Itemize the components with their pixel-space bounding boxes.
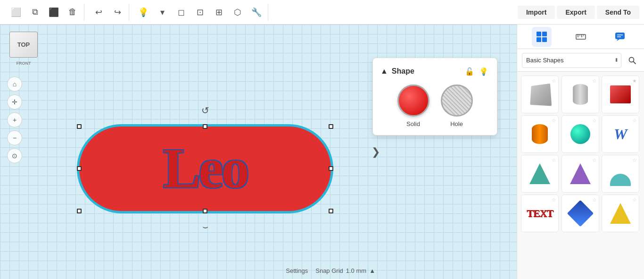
light-button[interactable]: 💡 bbox=[135, 4, 152, 21]
star-icon[interactable]: ☆ bbox=[552, 78, 556, 84]
snap-value: 1.0 mm bbox=[346, 267, 366, 274]
shapes-dropdown[interactable]: Basic Shapes Featured Letters bbox=[522, 53, 621, 68]
star-icon[interactable]: ☆ bbox=[592, 118, 597, 124]
shape-item-text-blue[interactable]: ☆ W bbox=[602, 115, 639, 153]
leo-object[interactable]: ↺ Leo ⌣ bbox=[71, 119, 339, 218]
handle-top-mid[interactable] bbox=[203, 124, 207, 129]
shape-toggle[interactable]: ◻ bbox=[173, 4, 190, 21]
shape-item-pyramid-green[interactable]: ☆ bbox=[521, 155, 559, 193]
shape-item-pyramid-purple[interactable]: ☆ bbox=[561, 155, 599, 193]
shape-item-sphere-teal[interactable]: ☆ bbox=[561, 115, 599, 153]
redo-button[interactable]: ↪ bbox=[109, 4, 126, 21]
rotate-handle[interactable]: ↺ bbox=[201, 105, 209, 116]
duplicate-button[interactable]: ⬛ bbox=[45, 4, 62, 21]
handle-bot-mid[interactable] bbox=[203, 209, 207, 213]
shape-item-box-red[interactable]: ★ bbox=[602, 76, 639, 113]
text-red-shape: TEXT bbox=[527, 207, 553, 220]
handle-bot-right[interactable] bbox=[329, 209, 333, 213]
star-icon[interactable]: ☆ bbox=[552, 197, 556, 203]
shape-item-cyl-gray[interactable]: ☆ bbox=[561, 76, 599, 113]
star-icon[interactable]: ☆ bbox=[552, 118, 556, 124]
cube-top-label: TOP FRONT bbox=[9, 32, 38, 58]
file-tools: ⬜ ⧉ ⬛ 🗑 bbox=[5, 4, 84, 21]
shape-item-pyramid-yellow[interactable]: ☆ bbox=[602, 194, 639, 232]
canvas-area[interactable]: TOP FRONT ⌂ ✛ + − ⊙ ↺ bbox=[0, 25, 517, 279]
star-icon[interactable]: ★ bbox=[632, 78, 637, 84]
box-red-shape bbox=[610, 85, 631, 103]
grid-tab[interactable] bbox=[532, 27, 552, 47]
gem-blue-shape bbox=[567, 200, 594, 227]
ruler-tab[interactable] bbox=[571, 27, 591, 47]
pan-button[interactable]: ✛ bbox=[7, 94, 22, 110]
handle-bot-left[interactable] bbox=[77, 209, 82, 213]
star-icon[interactable]: ☆ bbox=[592, 157, 597, 163]
pyramid-purple-shape bbox=[570, 163, 591, 184]
flip-handle[interactable]: ⌣ bbox=[202, 221, 208, 232]
shapes-dropdown-wrapper: Basic Shapes Featured Letters ⬍ bbox=[522, 53, 621, 68]
pyramid-yellow-shape bbox=[610, 203, 631, 224]
svg-rect-9 bbox=[615, 33, 625, 39]
star-icon[interactable]: ☆ bbox=[592, 197, 597, 203]
collapse-icon[interactable]: ▲ bbox=[380, 67, 388, 76]
hole-option[interactable]: Hole bbox=[441, 85, 473, 127]
shape-grid: ☆ ☆ ★ ☆ ☆ ☆ W bbox=[517, 72, 644, 279]
shape-item-text-red[interactable]: ☆ TEXT bbox=[521, 194, 559, 232]
delete-button[interactable]: 🗑 bbox=[64, 4, 81, 21]
main-area: TOP FRONT ⌂ ✛ + − ⊙ ↺ bbox=[0, 25, 644, 279]
copy-workplane-button[interactable]: ⧉ bbox=[26, 4, 43, 21]
sidebar-toggle[interactable]: ❯ bbox=[372, 146, 380, 158]
shape-item-gem-blue[interactable]: ☆ bbox=[561, 194, 599, 232]
lock-icon[interactable]: 🔓 bbox=[464, 66, 475, 77]
shape-item-gray-box[interactable]: ☆ bbox=[521, 76, 559, 113]
zoom-in-button[interactable]: + bbox=[7, 112, 22, 127]
panel-search: Basic Shapes Featured Letters ⬍ bbox=[517, 49, 644, 72]
chat-tab[interactable] bbox=[610, 27, 630, 47]
handle-top-right[interactable] bbox=[329, 124, 333, 129]
undo-button[interactable]: ↩ bbox=[90, 4, 107, 21]
handle-mid-right[interactable] bbox=[329, 166, 333, 171]
cyl-orange-shape bbox=[532, 124, 548, 144]
grid-button[interactable]: ⊞ bbox=[210, 4, 227, 21]
view-button[interactable]: ⊡ bbox=[191, 4, 208, 21]
mirror-button[interactable]: ⬡ bbox=[229, 4, 246, 21]
sendto-button[interactable]: Send To bbox=[597, 6, 639, 19]
leo-shape[interactable]: Leo bbox=[78, 125, 332, 212]
shape-item-cyl-orange[interactable]: ☆ bbox=[521, 115, 559, 153]
sphere-teal-shape bbox=[570, 124, 590, 144]
canvas-bottom: Settings Snap Grid 1.0 mm ▲ bbox=[286, 267, 375, 274]
leo-text: Leo bbox=[163, 136, 247, 201]
right-panel: Basic Shapes Featured Letters ⬍ ☆ bbox=[517, 25, 644, 279]
snap-arrow-icon[interactable]: ▲ bbox=[369, 267, 375, 274]
handle-mid-left[interactable] bbox=[77, 166, 82, 171]
svg-rect-0 bbox=[537, 32, 541, 36]
shape-options: Solid Hole bbox=[380, 85, 489, 127]
star-icon[interactable]: ☆ bbox=[592, 78, 597, 84]
handle-top-left[interactable] bbox=[77, 124, 82, 129]
shape-item-arch-teal[interactable]: ☆ bbox=[602, 155, 639, 193]
hole-circle[interactable] bbox=[441, 85, 473, 117]
magnet-button[interactable]: 🔧 bbox=[248, 4, 265, 21]
view-cube[interactable]: TOP FRONT bbox=[9, 32, 42, 67]
solid-circle[interactable] bbox=[397, 85, 429, 117]
star-icon[interactable]: ☆ bbox=[632, 118, 637, 124]
pyramid-green-shape bbox=[529, 163, 550, 184]
search-button[interactable] bbox=[625, 53, 639, 68]
zoom-out-button[interactable]: − bbox=[7, 130, 22, 145]
svg-marker-10 bbox=[617, 39, 619, 41]
star-icon[interactable]: ☆ bbox=[552, 157, 556, 163]
svg-rect-3 bbox=[542, 37, 547, 42]
export-button[interactable]: Export bbox=[557, 6, 594, 19]
star-icon[interactable]: ☆ bbox=[632, 157, 637, 163]
3d-view-button[interactable]: ⊙ bbox=[7, 148, 22, 163]
panel-header bbox=[517, 25, 644, 49]
light-dropdown[interactable]: ▾ bbox=[154, 4, 171, 21]
bulb-icon[interactable]: 💡 bbox=[478, 66, 489, 77]
shape-popup-title: ▲ Shape bbox=[380, 67, 414, 76]
settings-link[interactable]: Settings bbox=[286, 267, 308, 274]
import-button[interactable]: Import bbox=[518, 6, 555, 19]
new-button[interactable]: ⬜ bbox=[8, 4, 25, 21]
home-button[interactable]: ⌂ bbox=[7, 76, 22, 92]
solid-option[interactable]: Solid bbox=[397, 85, 429, 127]
svg-rect-4 bbox=[576, 34, 586, 39]
star-icon[interactable]: ☆ bbox=[632, 197, 637, 203]
